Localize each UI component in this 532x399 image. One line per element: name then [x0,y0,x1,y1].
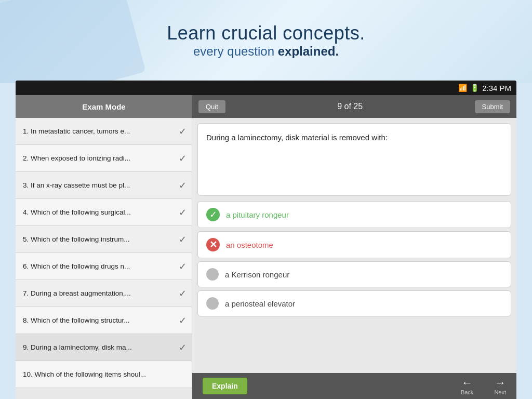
back-arrow-icon: ← [461,377,473,389]
answer-item-b[interactable]: ✕an osteotome [197,231,511,258]
status-time: 2:34 PM [482,84,511,92]
app-container: Exam Mode Quit 9 of 25 Submit 1. In meta… [16,95,516,399]
answer-icon-a: ✓ [206,208,220,221]
explain-button[interactable]: Explain [203,378,247,394]
question-item-text-5: 5. Which of the following instrum... [23,235,176,243]
answer-icon-b: ✕ [206,238,220,251]
nav-group: ← Back → Next [461,377,506,395]
question-list-item-3[interactable]: 3. If an x-ray cassette must be pl...✓ [16,172,192,199]
wifi-icon: 📶 [458,84,467,92]
answer-text-b: an osteotome [226,241,273,249]
back-nav[interactable]: ← Back [461,377,473,395]
next-nav[interactable]: → Next [494,377,506,395]
submit-button[interactable]: Submit [475,100,510,113]
bottom-toolbar: Explain ← Back → Next [192,373,516,399]
answers-area: ✓a pituitary rongeur✕an osteotomea Kerri… [197,201,511,316]
question-item-text-10: 10. Which of the following items shoul..… [23,370,183,378]
answer-text-c: a Kerrison rongeur [225,270,289,279]
question-list-item-9[interactable]: 9. During a laminectomy, disk ma...✓ [16,334,192,361]
top-nav: Exam Mode Quit 9 of 25 Submit [16,95,516,118]
question-item-text-8: 8. Which of the following structur... [23,316,176,324]
question-counter: 9 of 25 [337,102,363,111]
right-panel-header: Quit 9 of 25 Submit [192,95,516,118]
question-check-icon-8: ✓ [179,315,187,326]
title-area: Learn crucial concepts. every question e… [0,0,532,81]
answer-text-d: a periosteal elevator [225,299,295,308]
question-check-icon-3: ✓ [179,180,187,191]
question-panel: During a laminectomy, disk material is r… [192,118,516,399]
question-check-icon-7: ✓ [179,288,187,299]
question-item-text-9: 9. During a laminectomy, disk ma... [23,343,176,351]
question-list-item-5[interactable]: 5. Which of the following instrum...✓ [16,226,192,253]
question-check-icon-9: ✓ [179,342,187,353]
sub-title-bold: explained. [278,44,339,58]
question-list-item-7[interactable]: 7. During a breast augmentation,...✓ [16,280,192,307]
question-item-text-2: 2. When exposed to ionizing radi... [23,154,176,162]
left-panel-header: Exam Mode [16,95,192,118]
question-check-icon-4: ✓ [179,207,187,218]
answer-text-a: a pituitary rongeur [226,210,289,219]
question-item-text-1: 1. In metastatic cancer, tumors e... [23,127,176,135]
question-list-item-8[interactable]: 8. Which of the following structur...✓ [16,307,192,334]
answer-item-c[interactable]: a Kerrison rongeur [197,261,511,287]
question-check-icon-6: ✓ [179,261,187,272]
answer-item-d[interactable]: a periosteal elevator [197,290,511,316]
question-item-text-6: 6. Which of the following drugs n... [23,262,176,270]
answer-item-a[interactable]: ✓a pituitary rongeur [197,201,511,228]
question-list: 1. In metastatic cancer, tumors e...✓2. … [16,118,192,399]
question-list-item-4[interactable]: 4. Which of the following surgical...✓ [16,199,192,226]
question-list-item-6[interactable]: 6. Which of the following drugs n...✓ [16,253,192,280]
question-list-item-1[interactable]: 1. In metastatic cancer, tumors e...✓ [16,118,192,145]
next-label: Next [494,389,506,395]
battery-icon: 🔋 [470,84,479,92]
main-content: 1. In metastatic cancer, tumors e...✓2. … [16,118,516,399]
device-frame: 📶 🔋 2:34 PM Exam Mode Quit 9 of 25 Submi… [16,81,516,399]
sub-title-normal: every question [193,44,278,58]
exam-mode-label: Exam Mode [82,102,125,111]
question-item-text-7: 7. During a breast augmentation,... [23,289,176,297]
quit-button[interactable]: Quit [198,100,225,113]
question-list-item-2[interactable]: 2. When exposed to ionizing radi...✓ [16,145,192,172]
answer-icon-d [206,297,219,310]
question-text: During a laminectomy, disk material is r… [197,123,511,196]
answer-icon-c [206,268,219,281]
question-list-item-10[interactable]: 10. Which of the following items shoul..… [16,361,192,388]
question-check-icon-2: ✓ [179,153,187,164]
status-bar: 📶 🔋 2:34 PM [16,81,516,95]
sub-title: every question explained. [193,44,339,59]
question-check-icon-5: ✓ [179,234,187,245]
main-title: Learn crucial concepts. [167,22,365,44]
question-item-text-4: 4. Which of the following surgical... [23,208,176,216]
question-check-icon-1: ✓ [179,126,187,137]
next-arrow-icon: → [495,377,506,389]
question-item-text-3: 3. If an x-ray cassette must be pl... [23,181,176,189]
back-label: Back [461,389,473,395]
